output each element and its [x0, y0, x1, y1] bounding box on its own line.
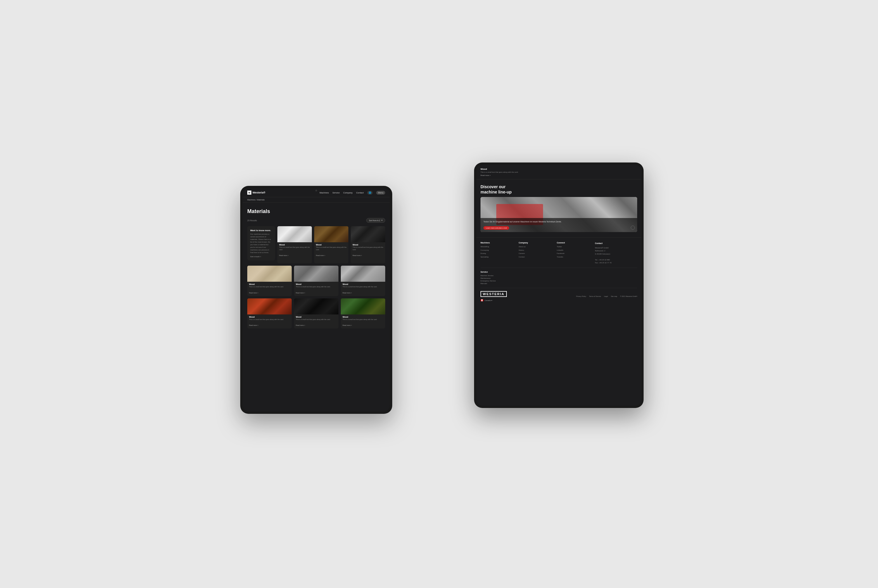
footer-contact-heading: Contact: [595, 242, 637, 245]
footer-phone: Tel.: +49 25 32 880: [595, 259, 610, 261]
footer-link-careers[interactable]: Careers: [518, 252, 554, 255]
page-title: Materials: [247, 208, 385, 214]
material-card[interactable]: Wood This is a small text that goes alon…: [294, 298, 338, 329]
country-label: Canada ▾: [485, 299, 492, 301]
terms-of-service-link[interactable]: Terms of Service: [589, 296, 601, 297]
footer-link-windsifting[interactable]: Windsifting: [480, 246, 516, 248]
material-desc: This is a small text that goes along wit…: [342, 286, 383, 288]
material-name: Wood: [296, 316, 337, 318]
machine-image-banner: Testen Sie Ihr Eingabematerial auf unser…: [480, 197, 637, 232]
card-title: Wood: [480, 168, 637, 170]
material-name: Wood: [249, 283, 290, 285]
nav-machines[interactable]: Machines: [320, 191, 329, 194]
footer-link-dosing[interactable]: Dosing: [480, 252, 516, 255]
material-card[interactable]: Wood This is a small text that goes alon…: [341, 298, 385, 329]
material-desc: This is a small text that goes along wit…: [342, 318, 383, 321]
material-name: Wood: [249, 316, 290, 318]
footer-service-heading: Service: [480, 271, 637, 273]
material-name: Wood: [353, 244, 383, 246]
material-card[interactable]: Wood This is a small text that goes alon…: [294, 266, 338, 296]
footer-bottom: WESTERIA Canada ▾ Privacy Policy Terms o…: [480, 288, 637, 301]
sort-button[interactable]: Sort from A-Z: [366, 218, 385, 223]
read-more-link[interactable]: Read more >: [249, 292, 258, 294]
material-name: Wood: [279, 244, 310, 246]
material-name: Wood: [342, 283, 383, 285]
filter-bar: 25 Results Sort from A-Z: [247, 218, 385, 223]
info-link[interactable]: Get in touch >: [250, 256, 272, 258]
camera-dot: [315, 190, 317, 191]
country-selector[interactable]: Canada ▾: [480, 299, 507, 301]
menu-button[interactable]: Menu: [376, 191, 385, 195]
top-card: Wood This is a small text that goes alon…: [476, 165, 641, 180]
footer-link-conveying[interactable]: Conveying: [480, 249, 516, 251]
material-name: Wood: [296, 283, 337, 285]
read-more-link[interactable]: Read more >: [296, 292, 305, 294]
material-card[interactable]: Wood This is a small text that goes alon…: [341, 266, 385, 296]
footer-service-section: Service Machine Service Maintenance Emer…: [480, 268, 637, 284]
material-card[interactable]: Wood This is a small text that goes alon…: [247, 266, 292, 296]
footer-machines-col: Machines Windsifting Conveying Dosing Sp…: [480, 242, 516, 264]
material-image: [294, 266, 338, 282]
footer-link-linkedin[interactable]: LinkedIn: [557, 249, 592, 251]
material-image: [314, 226, 349, 242]
material-desc: This is a small text that goes along wit…: [316, 246, 347, 251]
footer-link-youtube[interactable]: Youtube: [557, 256, 592, 258]
material-desc: This is a small text that goes along wit…: [353, 246, 383, 251]
sitemap-link[interactable]: Site map: [611, 296, 617, 297]
read-more-link[interactable]: Read more >: [342, 292, 352, 294]
info-heading: Want to know more.: [250, 229, 272, 232]
footer-link-machine-service[interactable]: Machine Service: [480, 275, 637, 276]
material-image: [247, 266, 292, 282]
material-image: [278, 226, 312, 242]
material-desc: This is a small text that goes along wit…: [249, 286, 290, 288]
overlay-text: Testen Sie Ihr Eingabematerial auf unser…: [483, 220, 634, 223]
material-card[interactable]: Wood This is a small text that goes alon…: [314, 226, 349, 263]
lang-badge[interactable]: 🌐: [367, 191, 373, 195]
material-image: [294, 298, 338, 315]
footer-columns: Machines Windsifting Conveying Dosing Sp…: [480, 242, 637, 264]
read-more-link[interactable]: Read more >: [279, 255, 288, 256]
footer-link-maintenance[interactable]: Maintenance: [480, 278, 637, 279]
footer-link-facebook[interactable]: Facebook: [557, 252, 592, 255]
nav-service[interactable]: Service: [332, 191, 340, 194]
read-more-link[interactable]: Read more >: [296, 324, 305, 326]
footer-link-about[interactable]: About us: [518, 246, 554, 248]
material-card[interactable]: Wood This is a small text that goes alon…: [278, 226, 312, 263]
read-more-link[interactable]: Read more >: [342, 324, 352, 326]
nav-links: Machines Service Company Contact 🌐 Menu: [320, 191, 385, 195]
footer-machines-heading: Machines: [480, 242, 516, 244]
footer-link-twitter[interactable]: Twitter: [557, 246, 592, 248]
nav-company[interactable]: Company: [343, 191, 353, 194]
footer-connect-col: Connect Twitter LinkedIn Facebook Youtub…: [557, 242, 592, 264]
card-read-more[interactable]: Read more >: [480, 174, 637, 176]
privacy-policy-link[interactable]: Privacy Policy: [576, 296, 586, 297]
material-grid-row-3: Wood This is a small text that goes alon…: [247, 298, 385, 329]
material-desc: This is a small text that goes along wit…: [279, 246, 310, 251]
footer-link-contact[interactable]: Contact: [518, 256, 554, 258]
legal-link[interactable]: Legal: [604, 296, 608, 297]
logo[interactable]: W Westeria®: [247, 190, 266, 195]
logo-text: Westeria®: [252, 191, 266, 194]
footer-link-spreading[interactable]: Spreading: [480, 256, 516, 258]
nav-contact[interactable]: Contact: [356, 191, 363, 194]
results-count: 25 Results: [247, 219, 257, 222]
footer-link-manuals[interactable]: Manuals: [480, 283, 637, 284]
material-desc: This is a small text that goes along wit…: [249, 318, 290, 321]
footer-company-heading: Company: [518, 242, 554, 244]
read-more-link[interactable]: Read more >: [249, 324, 258, 326]
right-screen: Wood This is a small text that goes alon…: [476, 165, 641, 406]
breadcrumb: Machines / Materials: [243, 197, 390, 202]
material-card[interactable]: Wood This is a small text that goes alon…: [351, 226, 385, 263]
material-name: Wood: [316, 244, 347, 246]
read-more-link[interactable]: Read more >: [353, 255, 362, 256]
material-image: [341, 298, 385, 315]
learn-more-button[interactable]: Learn more and plan a visit: [483, 226, 509, 230]
footer-company-col: Company About us History Careers Contact: [518, 242, 554, 264]
footer-link-emergency[interactable]: Emergency Service: [480, 280, 637, 282]
footer-fax: Fax: +49 25 32 77 70: [595, 262, 611, 264]
left-main-content: Materials 25 Results Sort from A-Z Want …: [243, 202, 390, 408]
footer-link-history[interactable]: History: [518, 249, 554, 251]
read-more-link[interactable]: Read more >: [316, 255, 325, 256]
material-card[interactable]: Wood This is a small text that goes alon…: [247, 298, 292, 329]
info-body: Our machines process a varied assortment…: [250, 233, 272, 254]
